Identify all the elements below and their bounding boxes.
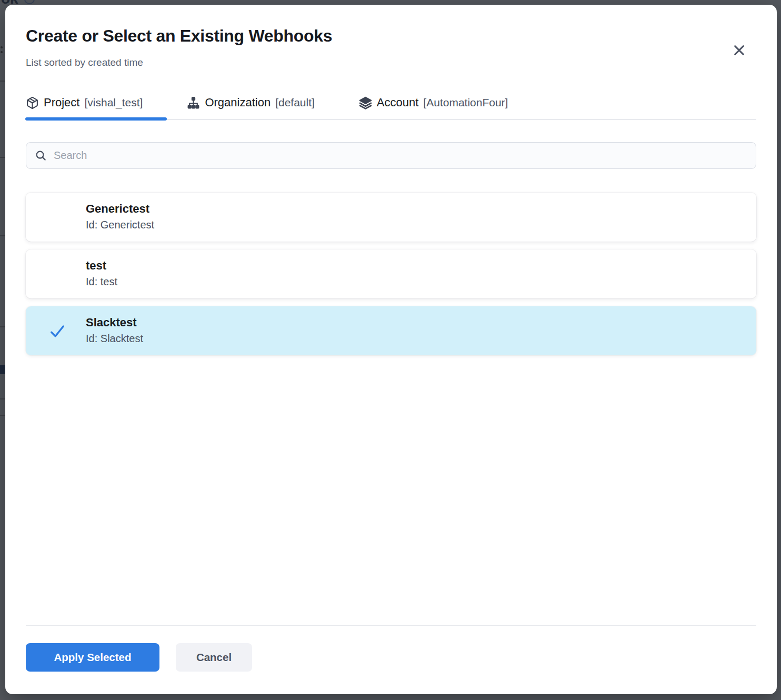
cancel-button[interactable]: Cancel xyxy=(176,643,252,672)
tab-context: [AutomationFour] xyxy=(423,96,508,109)
webhook-name: test xyxy=(86,258,746,273)
webhook-name: Slacktest xyxy=(86,315,746,330)
check-icon xyxy=(48,322,67,341)
dialog-footer: Apply Selected Cancel xyxy=(26,643,252,672)
webhook-id: Id: Slacktest xyxy=(86,332,746,345)
tab-label: Organization xyxy=(205,96,271,109)
background-divider xyxy=(0,415,5,416)
dialog-title: Create or Select an Existing Webhooks xyxy=(26,26,756,46)
tab-project[interactable]: Project [vishal_test] xyxy=(26,96,167,119)
tab-context: [default] xyxy=(275,96,315,109)
tab-context: [vishal_test] xyxy=(84,96,143,109)
package-icon xyxy=(26,96,39,109)
tab-label: Account xyxy=(377,96,419,109)
webhook-list: Generictest Id: Generictest test Id: tes… xyxy=(26,193,756,355)
tab-account[interactable]: Account [AutomationFour] xyxy=(359,96,533,119)
background-divider xyxy=(0,398,5,399)
apply-selected-button[interactable]: Apply Selected xyxy=(26,643,159,672)
background-divider xyxy=(0,235,5,236)
org-chart-icon xyxy=(187,96,200,109)
background-dot xyxy=(1,46,3,48)
webhook-list-item-slacktest[interactable]: Slacktest Id: Slacktest xyxy=(26,306,756,355)
dialog-subtitle: List sorted by created time xyxy=(26,56,756,68)
webhooks-dialog: Create or Select an Existing Webhooks Li… xyxy=(5,5,777,694)
background-button-fragment xyxy=(0,365,5,374)
search-icon xyxy=(35,149,47,162)
background-divider xyxy=(0,157,5,158)
tab-label: Project xyxy=(44,96,79,109)
background-dot xyxy=(1,51,3,53)
background-divider xyxy=(0,81,5,82)
search-box xyxy=(26,142,756,169)
search-input[interactable] xyxy=(54,149,747,162)
close-button[interactable] xyxy=(730,42,747,58)
webhook-id: Id: Generictest xyxy=(86,218,746,232)
webhook-list-item-test[interactable]: test Id: test xyxy=(26,249,756,298)
footer-divider xyxy=(26,625,756,626)
layers-icon xyxy=(359,96,372,109)
close-icon xyxy=(732,43,746,57)
webhook-name: Generictest xyxy=(86,202,746,216)
tab-organization[interactable]: Organization [default] xyxy=(187,96,338,119)
webhook-id: Id: test xyxy=(86,275,746,288)
info-circle-icon xyxy=(24,0,35,4)
webhook-list-item-generictest[interactable]: Generictest Id: Generictest xyxy=(26,193,756,242)
scope-tabs: Project [vishal_test] Organization [defa… xyxy=(26,96,756,120)
background-divider xyxy=(0,326,5,327)
